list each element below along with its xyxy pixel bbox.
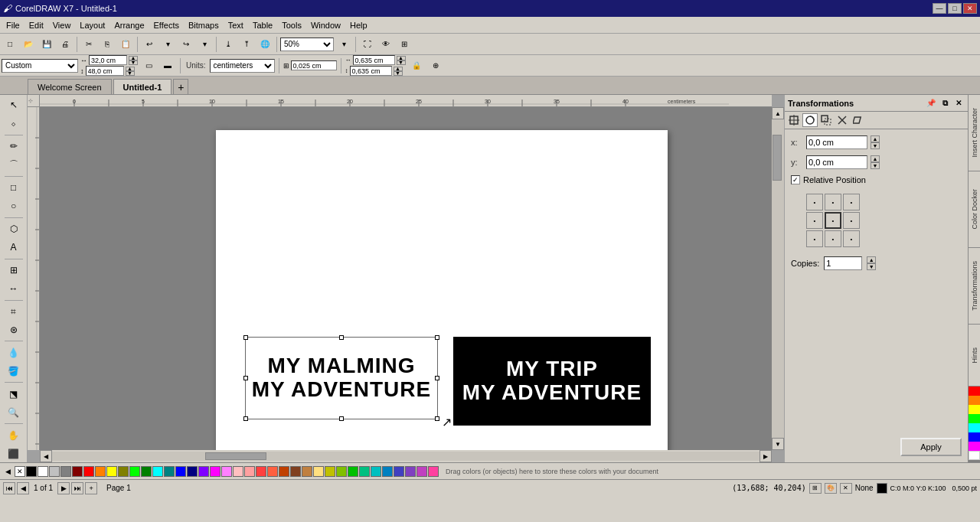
scroll-down-button[interactable]: ▼ — [772, 438, 784, 450]
menu-help[interactable]: Help — [345, 19, 372, 31]
pos-topright[interactable]: • — [843, 194, 860, 210]
swatch-darkturquoise[interactable] — [371, 466, 381, 477]
rotate-transform-button[interactable] — [802, 113, 818, 127]
swatch-hotpink[interactable] — [428, 466, 439, 477]
scroll-up-button[interactable]: ▲ — [772, 107, 784, 119]
handle-tm[interactable] — [339, 335, 344, 340]
text-object-2[interactable]: MY TRIP MY ADVENTURE — [453, 337, 651, 426]
outline-status-icon[interactable]: ✕ — [840, 483, 852, 494]
swatch-pink[interactable] — [221, 466, 232, 477]
dimension-tool[interactable]: ↔ — [3, 280, 24, 298]
bezier-tool[interactable]: ⌒ — [3, 156, 24, 174]
scroll-v-thumb[interactable] — [773, 135, 782, 181]
handle-ml[interactable] — [243, 376, 248, 380]
redo-dropdown[interactable]: ▾ — [196, 36, 213, 53]
swatch-yellowgreen[interactable] — [336, 466, 347, 477]
size-transform-button[interactable] — [835, 113, 850, 127]
menu-window[interactable]: Window — [306, 19, 345, 31]
apply-button[interactable]: Apply — [900, 438, 962, 456]
zoom-tool[interactable]: 🔍 — [3, 403, 24, 421]
add-page-nav-button[interactable]: + — [85, 482, 97, 494]
swatch-sienna[interactable] — [290, 466, 301, 477]
swatch-slateblue[interactable] — [394, 466, 404, 477]
trans-pin-button[interactable]: 📌 — [925, 97, 937, 109]
text-object-1[interactable]: MY MALMING MY ADVENTURE — [245, 337, 438, 419]
swatch-cyan[interactable] — [152, 466, 163, 477]
y-up-button[interactable]: ▲ — [871, 155, 880, 162]
menu-bitmaps[interactable]: Bitmaps — [184, 19, 224, 31]
pos-topleft[interactable]: • — [806, 194, 823, 210]
scroll-right-button[interactable]: ▶ — [760, 450, 772, 462]
swatch-purple[interactable] — [198, 466, 209, 477]
close-button[interactable]: ✕ — [963, 3, 977, 14]
ellipse-tool[interactable]: ○ — [3, 197, 24, 215]
color-white[interactable] — [969, 451, 980, 460]
pos-midright[interactable]: • — [843, 212, 860, 229]
undo-dropdown[interactable]: ▾ — [159, 36, 176, 53]
width-down-button[interactable]: ▼ — [129, 60, 138, 65]
menu-table[interactable]: Table — [248, 19, 277, 31]
swatch-orange[interactable] — [95, 466, 106, 477]
color-red[interactable] — [969, 387, 980, 396]
publish-button[interactable]: 🌐 — [256, 36, 273, 53]
cut-button[interactable]: ✂ — [80, 36, 97, 53]
snap-indicator[interactable]: ⊞ — [809, 483, 822, 494]
swatch-khaki[interactable] — [325, 466, 335, 477]
swatch-tomato[interactable] — [256, 466, 266, 477]
fill-color-swatch[interactable] — [877, 483, 887, 494]
swatch-black[interactable] — [26, 466, 37, 477]
swatch-blue[interactable] — [175, 466, 186, 477]
menu-view[interactable]: View — [48, 19, 76, 31]
color-gray[interactable] — [969, 460, 980, 462]
freehand-tool[interactable]: ✏ — [3, 138, 24, 155]
redo-button[interactable]: ↪ — [178, 36, 194, 53]
pos-botmid[interactable]: • — [825, 230, 841, 247]
swatch-scroll-left[interactable]: ◀ — [2, 465, 14, 478]
swatch-silver[interactable] — [49, 466, 60, 477]
handle-bl[interactable] — [243, 416, 248, 421]
swatch-olive[interactable] — [118, 466, 129, 477]
polygon-tool[interactable]: ⬡ — [3, 220, 24, 238]
tab-untitled-1[interactable]: Untitled-1 — [113, 79, 172, 94]
y-down-button[interactable]: ▼ — [871, 162, 880, 169]
pos-topmid[interactable]: • — [825, 194, 841, 210]
text-tool[interactable]: A — [3, 239, 24, 256]
swatch-lightpink[interactable] — [233, 466, 243, 477]
handle-tr[interactable] — [435, 335, 439, 340]
swatch-lime[interactable] — [129, 466, 140, 477]
connector-tool[interactable]: ⌗ — [3, 302, 24, 320]
scroll-left-button[interactable]: ◀ — [40, 450, 52, 462]
blend-tool[interactable]: ⊛ — [3, 321, 24, 338]
rect-tool[interactable]: □ — [3, 179, 24, 197]
menu-effects[interactable]: Effects — [149, 19, 184, 31]
maximize-button[interactable]: □ — [948, 3, 962, 14]
first-page-button[interactable]: ⏮ — [3, 482, 15, 494]
menu-edit[interactable]: Edit — [24, 19, 48, 31]
pos-botleft[interactable]: • — [806, 230, 823, 247]
y-input[interactable] — [806, 155, 867, 169]
color-orange[interactable] — [969, 396, 980, 405]
paste-button[interactable]: 📋 — [117, 36, 134, 53]
swatch-medgreen[interactable] — [348, 466, 358, 477]
dim-h-input[interactable] — [353, 55, 395, 65]
no-fill-swatch[interactable]: ✕ — [15, 466, 25, 477]
height-down-button[interactable]: ▼ — [126, 71, 135, 76]
units-select[interactable]: centimeters inches pixels — [210, 59, 275, 73]
swatch-white[interactable] — [38, 466, 48, 477]
color-blue[interactable] — [969, 432, 980, 442]
page-preset-select[interactable]: Custom — [2, 59, 78, 73]
swatch-green[interactable] — [141, 466, 152, 477]
swatch-orchid[interactable] — [416, 466, 427, 477]
skew-transform-button[interactable] — [851, 113, 866, 127]
swatch-mediumpurple[interactable] — [405, 466, 416, 477]
node-tool[interactable]: ⬦ — [3, 115, 24, 132]
next-page-button[interactable]: ▶ — [57, 482, 70, 494]
width-input[interactable] — [89, 55, 127, 65]
handle-bm[interactable] — [339, 416, 344, 421]
handle-mr[interactable] — [435, 376, 439, 380]
portrait-button[interactable]: ▭ — [140, 57, 157, 74]
export-button[interactable]: ⤒ — [238, 36, 255, 53]
color-yellow[interactable] — [969, 405, 980, 414]
swatch-steelblue[interactable] — [382, 466, 393, 477]
x-down-button[interactable]: ▼ — [871, 142, 880, 149]
